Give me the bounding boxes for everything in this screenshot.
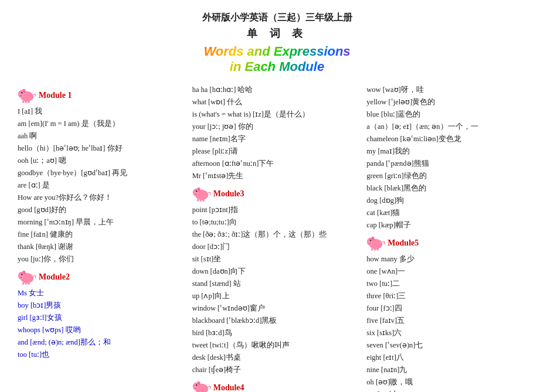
word-line: how many 多少 bbox=[366, 253, 532, 265]
word-line: thank [θæŋk] 谢谢 bbox=[18, 241, 183, 253]
page-container: 外研版小学英语（三起）三年级上册 单 词 表 Words and Express… bbox=[18, 12, 536, 392]
word-line: goodbye（bye·bye）[gʊdˈbaɪ] 再见 bbox=[18, 167, 183, 179]
column-2: ha ha [hɑːhɑː] 哈哈what [wɒt] 什么is (what's… bbox=[188, 83, 362, 392]
word-line: you [juː]你，你们 bbox=[18, 253, 183, 265]
word-line: cap [kæp]帽子 bbox=[366, 219, 532, 231]
pig-icon bbox=[18, 270, 36, 285]
module-title: Module5 bbox=[388, 236, 419, 250]
word-line: name [neɪm]名字 bbox=[192, 133, 358, 145]
word-line: morning [ˈmɔːnɪŋ] 早晨，上午 bbox=[18, 216, 183, 228]
word-line: Ms 女士 bbox=[18, 287, 183, 299]
column-1: Module 1I [aɪ] 我am [em](I' m = I am) 是（我… bbox=[18, 83, 188, 392]
module-header: Module 1 bbox=[18, 88, 183, 103]
word-line: green [griːn]绿色的 bbox=[366, 170, 532, 182]
word-line: one [wʌn]一 bbox=[366, 265, 532, 277]
module-title: Module 1 bbox=[39, 88, 72, 102]
word-line: is (what's = what is) [ɪz]是（是什么） bbox=[192, 108, 358, 120]
pig-icon bbox=[18, 88, 36, 103]
word-line: chair [tʃeə]椅子 bbox=[192, 364, 358, 376]
page-title: 外研版小学英语（三起）三年级上册 bbox=[18, 12, 536, 24]
module-title: Module2 bbox=[39, 270, 70, 284]
word-line: yellow [ˈjeləʊ]黄色的 bbox=[366, 96, 532, 108]
word-line: too [tuː]也 bbox=[18, 349, 183, 360]
word-line: window [ˈwɪndəʊ]窗户 bbox=[192, 302, 358, 314]
word-line: ooh [uː；aʊ] 嗯 bbox=[18, 155, 183, 166]
word-line: whoops [wʊps] 哎哟 bbox=[18, 324, 183, 336]
word-line: I [aɪ] 我 bbox=[18, 105, 183, 117]
word-line: are [ɑː] 是 bbox=[18, 179, 183, 191]
word-line: aah 啊 bbox=[18, 130, 183, 142]
word-line: dog [dɒg]狗 bbox=[366, 195, 532, 206]
module-header: Module4 bbox=[192, 380, 358, 392]
module-title: Module4 bbox=[213, 381, 244, 392]
word-line: what [wɒt] 什么 bbox=[192, 96, 358, 108]
word-line: three [θriː]三 bbox=[366, 290, 532, 302]
module-header: Module2 bbox=[18, 270, 183, 285]
word-line: stand [stænd] 站 bbox=[192, 278, 358, 289]
word-line: tweet [twiːt]（鸟）啾啾的叫声 bbox=[192, 339, 358, 351]
word-line: wow [waʊ]呀，哇 bbox=[366, 84, 532, 96]
word-line: panda [ˈpændə]熊猫 bbox=[366, 158, 532, 169]
word-line: seven [ˈsev(ə)n]七 bbox=[366, 339, 532, 351]
module-title: Module3 bbox=[213, 187, 244, 200]
word-line: your [jɔː; jʊə] 你的 bbox=[192, 121, 358, 132]
pig-icon bbox=[192, 186, 211, 202]
columns-wrapper: Module 1I [aɪ] 我am [em](I' m = I am) 是（我… bbox=[18, 83, 536, 392]
word-line: How are you?你好么？你好！ bbox=[18, 192, 183, 203]
word-line: four [fɔː]四 bbox=[366, 302, 532, 314]
word-line: ha ha [hɑːhɑː] 哈哈 bbox=[192, 84, 358, 96]
column-3: wow [waʊ]呀，哇yellow [ˈjeləʊ]黄色的blue [bluː… bbox=[362, 83, 536, 392]
word-line: two [tuː]二 bbox=[366, 278, 532, 289]
module-header: Module5 bbox=[366, 236, 532, 251]
word-line: boy [bɔɪ]男孩 bbox=[18, 299, 183, 311]
pig-icon bbox=[192, 380, 211, 392]
word-line: sit [sɪt]坐 bbox=[192, 253, 358, 265]
word-line: please [pliːz]请 bbox=[192, 145, 358, 157]
word-line: bird [bɜːd]鸟 bbox=[192, 327, 358, 339]
banner: Words and Expressions in Each Module bbox=[18, 44, 536, 75]
word-line: to [tə;tu;tuː]向 bbox=[192, 216, 358, 228]
word-line: girl [gɜːl]女孩 bbox=[18, 312, 183, 323]
word-line: five [faɪv]五 bbox=[366, 315, 532, 326]
word-line: hello（hi）[həˈləʊ; heˈlbaɪ] 你好 bbox=[18, 142, 183, 154]
word-line: six [sɪks]六 bbox=[366, 327, 532, 339]
banner-text: Words and Expressions in Each Module bbox=[203, 44, 350, 75]
word-line: point [pɔɪnt]指 bbox=[192, 204, 358, 216]
word-line: ten [ten]十 bbox=[366, 388, 532, 392]
word-line: a（an）[ə; eɪ]（æn; ən）一个，一 bbox=[366, 121, 532, 132]
word-line: up [ʌp]向上 bbox=[192, 290, 358, 302]
word-line: black [blæk]黑色的 bbox=[366, 182, 532, 194]
word-line: fine [faɪn] 健康的 bbox=[18, 229, 183, 240]
word-line: and [ænd; (ə)n; ænd]那么；和 bbox=[18, 336, 183, 348]
subtitle: 单 词 表 bbox=[18, 26, 536, 40]
word-line: down [daʊn]向下 bbox=[192, 265, 358, 277]
word-line: Mr [ˈmɪstə]先生 bbox=[192, 170, 358, 182]
word-line: door [dɔː]门 bbox=[192, 241, 358, 253]
pig-icon bbox=[366, 236, 385, 251]
word-line: oh [əʊ]嗷，哦 bbox=[366, 376, 532, 388]
word-line: desk [desk]书桌 bbox=[192, 352, 358, 363]
word-line: chameleon [kəˈmiːliən]变色龙 bbox=[366, 133, 532, 145]
module-header: Module3 bbox=[192, 186, 358, 202]
word-line: blue [bluː]蓝色的 bbox=[366, 108, 532, 120]
word-line: the [ðə; ðɜː; ðɪː]这（那）个，这（那）些 bbox=[192, 229, 358, 240]
word-line: eight [eɪt]八 bbox=[366, 352, 532, 363]
word-line: good [gʊd]好的 bbox=[18, 204, 183, 216]
word-line: my [maɪ]我的 bbox=[366, 145, 532, 157]
word-line: blackboard [ˈblækbɔːd]黑板 bbox=[192, 315, 358, 326]
word-line: cat [kæt]猫 bbox=[366, 207, 532, 219]
word-line: afternoon [ɑːftəˈnuːn]下午 bbox=[192, 158, 358, 169]
word-line: nine [naɪn]九 bbox=[366, 364, 532, 376]
word-line: am [em](I' m = I am) 是（我是） bbox=[18, 118, 183, 129]
